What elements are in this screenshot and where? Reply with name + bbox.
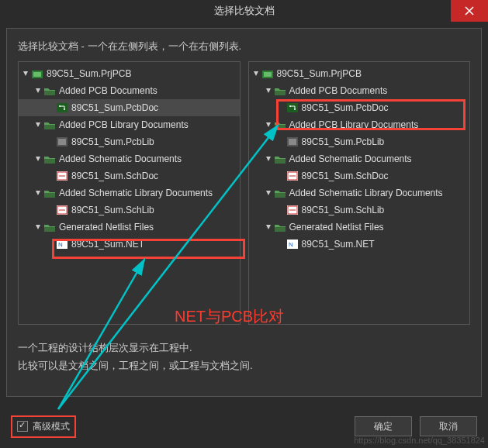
cancel-button[interactable]: 取消: [420, 416, 477, 436]
left-tree-row[interactable]: Added PCB Library Documents: [19, 116, 240, 133]
tree-item-label: 89C51_Sum.PcbLib: [71, 136, 154, 147]
tree-item-label: Added Schematic Library Documents: [59, 188, 213, 198]
folder-icon: [274, 153, 286, 164]
tree-toggle-icon[interactable]: [265, 224, 272, 230]
tree-toggle-icon[interactable]: [34, 156, 42, 162]
left-tree-row[interactable]: Added PCB Documents: [19, 82, 240, 99]
tree-item-label: 89C51_Sum.PcbLib: [302, 136, 385, 147]
folder-icon: [43, 222, 56, 233]
dialog-content: 选择比较文档 - 一个在左侧列表，一个在右侧列表. 89C51_Sum.PrjP…: [6, 28, 482, 397]
sch-icon: [56, 205, 68, 215]
right-tree-row[interactable]: 89C51_Sum.SchDoc: [249, 167, 470, 184]
pcb-icon: [56, 102, 68, 113]
tree-toggle-icon[interactable]: [265, 122, 272, 128]
tree-toggle-icon[interactable]: [265, 156, 272, 162]
tree-item-label: Added PCB Library Documents: [289, 119, 419, 130]
svg-rect-15: [287, 103, 298, 112]
left-tree-row[interactable]: 89C51_Sum.PcbDoc: [19, 99, 240, 116]
bottom-bar: 高级模式 确定 取消: [6, 411, 482, 442]
left-tree-row[interactable]: 89C51_Sum.PcbLib: [19, 133, 240, 150]
button-group: 确定 取消: [355, 416, 477, 436]
tree-item-label: Added PCB Library Documents: [59, 119, 189, 130]
ok-button[interactable]: 确定: [355, 416, 412, 436]
folder-icon: [274, 222, 286, 233]
sch-icon: [56, 171, 68, 181]
tree-item-label: 89C51_Sum.PcbDoc: [302, 102, 389, 113]
right-tree-row[interactable]: Added Schematic Documents: [249, 150, 470, 167]
svg-rect-6: [58, 139, 66, 145]
left-tree-row[interactable]: Added Schematic Library Documents: [19, 184, 240, 202]
right-tree-row[interactable]: 89C51_Sum.PcbLib: [249, 133, 470, 150]
tree-item-label: 89C51_Sum.NET: [302, 239, 375, 250]
left-tree-row[interactable]: Generated Netlist Files: [19, 219, 240, 236]
tree-item-label: 89C51_Sum.SchLib: [302, 205, 385, 215]
lib-icon: [286, 136, 299, 147]
folder-icon: [274, 85, 286, 96]
tree-toggle-icon[interactable]: [34, 88, 42, 94]
left-tree-panel: 89C51_Sum.PrjPCBAdded PCB Documents89C51…: [18, 61, 241, 325]
tree-item-label: 89C51_Sum.PrjPCB: [277, 68, 362, 79]
tree-item-label: Added Schematic Library Documents: [289, 188, 443, 198]
net-icon: N: [286, 239, 299, 250]
close-icon: [465, 6, 474, 16]
left-tree-row[interactable]: 89C51_Sum.SchLib: [19, 202, 240, 219]
right-tree-panel: 89C51_Sum.PrjPCBAdded PCB Documents89C51…: [248, 61, 471, 325]
prj-icon: [31, 68, 43, 79]
sch-icon: [286, 171, 299, 181]
tree-item-label: Generated Netlist Files: [59, 222, 154, 233]
folder-icon: [43, 85, 56, 96]
folder-icon: [43, 119, 56, 130]
prj-icon: [261, 68, 274, 79]
svg-rect-19: [289, 139, 296, 145]
right-tree-row[interactable]: Generated Netlist Files: [249, 219, 470, 236]
left-tree-row[interactable]: N89C51_Sum.NET: [19, 236, 240, 253]
footer-text: 一个工程的设计结构层次显示在工程中. 比较可以是文档之间，工程之间，或工程与文档…: [18, 339, 470, 375]
tree-toggle-icon[interactable]: [34, 190, 42, 196]
svg-rect-1: [33, 72, 41, 77]
left-tree-row[interactable]: 89C51_Sum.PrjPCB: [19, 65, 240, 82]
tree-toggle-icon[interactable]: [252, 71, 260, 77]
right-tree-row[interactable]: 89C51_Sum.PcbDoc: [249, 99, 470, 116]
right-tree-row[interactable]: Added PCB Library Documents: [249, 116, 470, 133]
left-tree-row[interactable]: 89C51_Sum.SchDoc: [19, 167, 240, 184]
tree-item-label: 89C51_Sum.SchLib: [71, 205, 154, 215]
tree-item-label: Added Schematic Documents: [59, 153, 182, 164]
right-tree-row[interactable]: Added Schematic Library Documents: [249, 184, 470, 202]
tree-item-label: 89C51_Sum.SchDoc: [302, 171, 389, 181]
footer-line-1: 一个工程的设计结构层次显示在工程中.: [18, 339, 470, 357]
pcb-icon: [286, 102, 299, 113]
close-button[interactable]: [451, 0, 488, 22]
advanced-mode-wrap: 高级模式: [11, 415, 76, 438]
lib-icon: [56, 136, 68, 147]
right-tree-row[interactable]: N89C51_Sum.NET: [249, 236, 470, 253]
advanced-mode-checkbox[interactable]: [17, 421, 28, 432]
tree-item-label: Generated Netlist Files: [289, 222, 384, 233]
svg-text:N: N: [58, 241, 63, 248]
tree-toggle-icon[interactable]: [265, 190, 272, 196]
tree-item-label: 89C51_Sum.PcbDoc: [71, 102, 158, 113]
right-tree-row[interactable]: 89C51_Sum.SchLib: [249, 202, 470, 219]
svg-rect-14: [264, 72, 272, 77]
tree-item-label: 89C51_Sum.SchDoc: [71, 171, 158, 181]
tree-toggle-icon[interactable]: [34, 122, 42, 128]
tree-toggle-icon[interactable]: [22, 71, 29, 77]
tree-toggle-icon[interactable]: [265, 88, 272, 94]
dialog-title: 选择比较文档: [214, 4, 275, 18]
tree-item-label: Added Schematic Documents: [289, 153, 412, 164]
sch-icon: [286, 205, 299, 215]
tree-item-label: Added PCB Documents: [289, 85, 388, 96]
footer-line-2: 比较可以是文档之间，工程之间，或工程与文档之间.: [18, 357, 470, 374]
folder-icon: [43, 153, 56, 164]
tree-toggle-icon[interactable]: [34, 224, 42, 230]
right-tree-row[interactable]: Added PCB Documents: [249, 82, 470, 99]
svg-rect-2: [57, 103, 67, 112]
tree-item-label: 89C51_Sum.PrjPCB: [47, 68, 131, 79]
right-tree-row[interactable]: 89C51_Sum.PrjPCB: [249, 65, 470, 82]
svg-text:N: N: [289, 241, 293, 248]
tree-item-label: Added PCB Documents: [59, 85, 157, 96]
tree-item-label: 89C51_Sum.NET: [71, 239, 144, 250]
net-icon: N: [56, 239, 68, 250]
left-tree-row[interactable]: Added Schematic Documents: [19, 150, 240, 167]
instruction-text: 选择比较文档 - 一个在左侧列表，一个在右侧列表.: [18, 40, 470, 53]
advanced-mode-label: 高级模式: [33, 420, 70, 433]
